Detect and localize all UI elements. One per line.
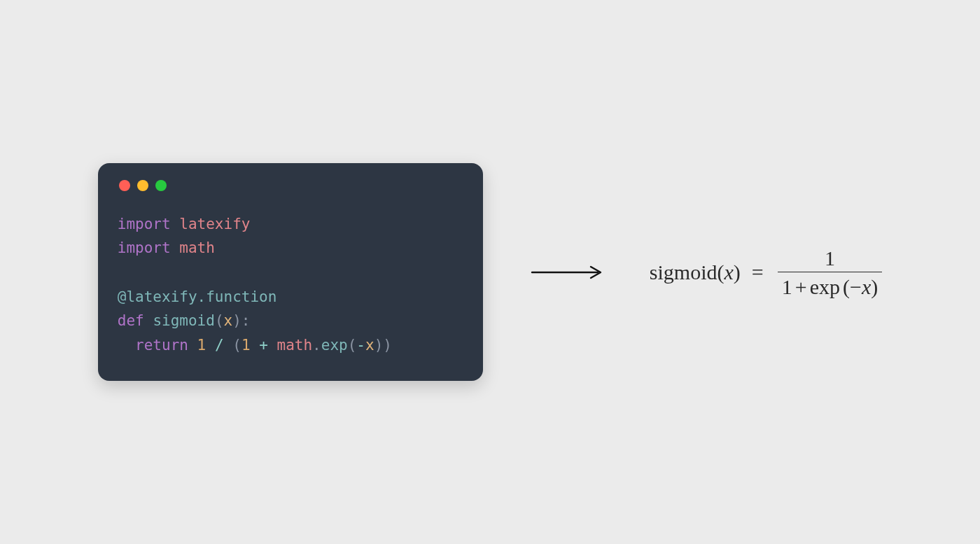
equals-sign: =: [752, 260, 764, 284]
arg-x: x: [365, 337, 374, 354]
paren: (: [717, 260, 724, 284]
module-name: math: [179, 239, 215, 256]
den-plus: +: [795, 275, 807, 298]
zoom-icon: [155, 180, 167, 191]
fraction: 1 1+exp(−x): [778, 246, 883, 298]
kw-import: import: [118, 216, 171, 232]
call-exp: exp: [321, 337, 348, 354]
func-name: sigmoid: [153, 312, 215, 329]
decorator: @latexify.function: [118, 288, 277, 305]
numerator: 1: [820, 246, 839, 272]
den-neg: −: [850, 275, 862, 298]
code-window: import latexify import math @latexify.fu…: [98, 163, 483, 382]
paren: ): [383, 337, 392, 354]
param: x: [224, 312, 233, 329]
den-var: x: [862, 275, 871, 298]
denominator: 1+exp(−x): [778, 272, 883, 298]
colon: :: [241, 312, 251, 329]
paren: ): [871, 275, 878, 298]
paren: (: [232, 337, 241, 354]
formula-var: x: [724, 260, 733, 284]
den-exp: exp: [810, 275, 840, 298]
paren: ): [374, 337, 384, 354]
op-neg: -: [356, 337, 365, 354]
paren: (: [215, 312, 224, 329]
kw-return: return: [135, 337, 188, 354]
op-plus: +: [259, 337, 268, 354]
close-icon: [119, 180, 130, 191]
literal-one: 1: [241, 337, 251, 354]
content-row: import latexify import math @latexify.fu…: [98, 163, 882, 382]
op-divide: /: [215, 337, 224, 354]
paren: ): [232, 312, 241, 329]
paren: (: [348, 337, 357, 354]
minimize-icon: [137, 180, 148, 191]
module-name: latexify: [179, 216, 250, 232]
code-block: import latexify import math @latexify.fu…: [118, 212, 463, 358]
kw-import: import: [118, 239, 171, 256]
window-controls: [118, 180, 463, 191]
arrow-icon: [531, 264, 608, 281]
literal-one: 1: [197, 337, 206, 354]
dot: .: [312, 337, 321, 354]
paren: (: [843, 275, 850, 298]
slide-canvas: import latexify import math @latexify.fu…: [0, 0, 980, 544]
obj-math: math: [277, 337, 313, 354]
formula-fn: sigmoid: [650, 260, 718, 284]
den-one: 1: [782, 275, 792, 298]
formula: sigmoid(x) = 1 1+exp(−x): [650, 246, 882, 298]
paren: ): [734, 260, 741, 284]
kw-def: def: [118, 312, 144, 329]
